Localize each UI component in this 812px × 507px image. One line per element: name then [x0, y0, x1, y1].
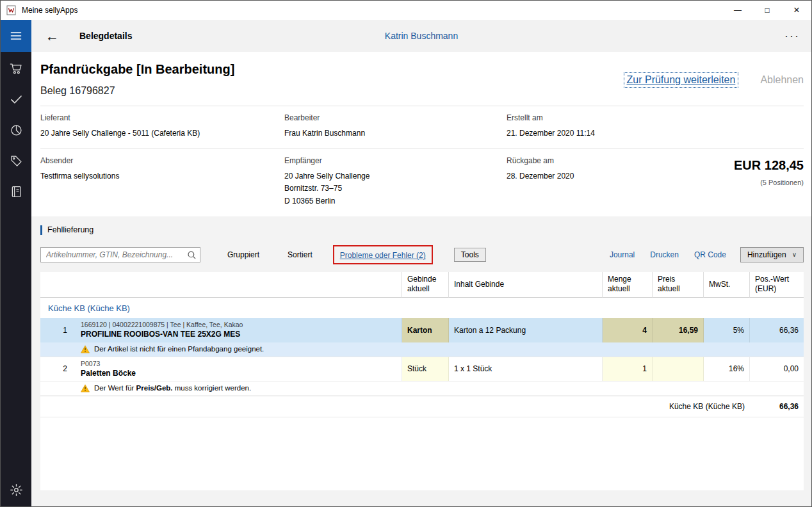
row-number: 2 — [40, 357, 72, 381]
sidebar-item-settings[interactable] — [1, 474, 31, 505]
sidebar-item-journal[interactable] — [1, 176, 31, 207]
field-bearbeiter: Bearbeiter Frau Katrin Buschmann — [284, 113, 507, 140]
mwst-cell: 5% — [704, 318, 750, 342]
col-header-menge: Menge aktuell — [603, 272, 653, 298]
document-panel: Pfandrückgabe [In Bearbeitung] Beleg 167… — [31, 52, 811, 216]
qr-code-link[interactable]: QR Code — [694, 250, 726, 259]
print-link[interactable]: Drucken — [650, 250, 679, 259]
sidebar-item-cart[interactable] — [1, 53, 31, 84]
section-label: Fehllieferung — [47, 225, 93, 234]
field-lieferant: Lieferant 20 Jahre Selly Challenge - 501… — [40, 113, 284, 140]
article-name: PROFILINE ROOIBOS-VAN TEE 25X2G MES — [81, 330, 240, 339]
wert-cell: 66,36 — [750, 318, 804, 342]
more-options-button[interactable]: ··· — [784, 29, 800, 43]
problems-errors-link[interactable]: Probleme oder Fehler (2) — [340, 251, 426, 260]
sidebar-item-prices[interactable] — [1, 145, 31, 176]
reject-button[interactable]: Ablehnen — [760, 74, 804, 86]
field-label: Erstellt am — [507, 113, 654, 122]
field-rueckgabe-am: Rückgabe am 28. Dezember 2020 — [507, 156, 654, 207]
article-cell[interactable]: 1669120 | 04002221009875 | Tee | Kaffee,… — [72, 318, 402, 342]
maximize-button[interactable]: □ — [752, 1, 782, 20]
window-title: Meine sellyApps — [22, 6, 77, 15]
col-header-article — [72, 272, 402, 298]
chevron-down-icon: ∨ — [792, 251, 797, 258]
section-accent-bar — [40, 225, 42, 235]
section-header: Fehllieferung — [40, 225, 804, 235]
preis-cell[interactable]: 16,59 — [653, 318, 704, 342]
menge-cell[interactable]: 1 — [603, 357, 653, 381]
warning-text: Der Artikel ist nicht für einen Pfandabg… — [94, 345, 264, 353]
field-value: Testfirma sellysolutions — [40, 170, 284, 182]
field-absender: Absender Testfirma sellysolutions — [40, 156, 284, 207]
warning-row: Der Wert für Preis/Geb. muss korrigiert … — [40, 381, 804, 396]
field-value-line: Bornitzstr. 73–75 — [284, 182, 507, 195]
article-meta: P0073 — [81, 360, 100, 367]
journal-book-icon — [10, 185, 23, 198]
document-number: Beleg 16796827 — [40, 85, 234, 97]
article-name: Paletten Böcke — [81, 369, 136, 378]
sidebar-item-reports[interactable] — [1, 115, 31, 145]
pie-chart-icon — [10, 124, 23, 137]
menu-button[interactable] — [1, 20, 31, 52]
warning-text: Der Wert für Preis/Geb. muss korrigiert … — [94, 384, 251, 392]
document-title: Pfandrückgabe [In Bearbeitung] — [40, 62, 234, 77]
group-summary-label: Küche KB (Küche KB) — [40, 396, 750, 417]
search-icon — [187, 250, 197, 260]
warning-row: Der Artikel ist nicht für einen Pfandabg… — [40, 342, 804, 357]
menge-cell[interactable]: 4 — [603, 318, 653, 342]
warning-icon — [81, 345, 90, 353]
gebinde-cell[interactable]: Stück — [402, 357, 449, 381]
preis-cell[interactable] — [653, 357, 704, 381]
search-box — [40, 247, 200, 262]
page-title: Belegdetails — [79, 31, 132, 41]
close-button[interactable]: × — [782, 1, 811, 20]
field-value: 20 Jahre Selly Challenge - 5011 (Cafeter… — [40, 127, 284, 140]
user-link[interactable]: Katrin Buschmann — [31, 31, 811, 41]
journal-link[interactable]: Journal — [610, 250, 635, 259]
titlebar: Meine sellyApps — □ × — [1, 1, 811, 20]
positions-table: Gebinde aktuell Inhalt Gebinde Menge akt… — [40, 272, 804, 490]
app-icon — [6, 5, 17, 15]
article-cell[interactable]: P0073 Paletten Böcke — [72, 357, 402, 381]
gear-icon — [10, 483, 23, 497]
tools-button[interactable]: Tools — [454, 248, 486, 262]
inhalt-cell: 1 x 1 Stück — [449, 357, 603, 381]
sorted-button[interactable]: Sortiert — [288, 250, 313, 259]
toolbar: Gruppiert Sortiert Probleme oder Fehler … — [40, 246, 804, 264]
group-summary-value: 66,36 — [750, 396, 804, 417]
hamburger-icon — [10, 29, 22, 42]
field-value: 21. Dezember 2020 11:14 — [507, 127, 654, 140]
sidebar-item-tasks[interactable] — [1, 84, 31, 115]
back-button[interactable]: ← — [45, 29, 59, 43]
app-header: ← Belegdetails Katrin Buschmann ··· — [31, 20, 811, 52]
positions-section: Fehllieferung Gruppiert Sortiert Problem… — [31, 216, 811, 506]
cart-icon — [10, 62, 23, 76]
field-value-line: 20 Jahre Selly Challenge — [284, 170, 507, 182]
document-title-block: Pfandrückgabe [In Bearbeitung] Beleg 167… — [40, 62, 234, 97]
group-header[interactable]: Küche KB (Küche KB) — [40, 298, 804, 318]
search-input[interactable] — [41, 248, 200, 262]
add-button[interactable]: Hinzufügen ∨ — [740, 247, 804, 262]
grouped-button[interactable]: Gruppiert — [227, 250, 259, 259]
col-header-empty — [40, 272, 72, 298]
gebinde-cell[interactable]: Karton — [402, 318, 449, 342]
row-number: 1 — [40, 318, 72, 342]
minimize-button[interactable]: — — [723, 1, 752, 20]
col-header-wert: Pos.-Wert (EUR) — [750, 272, 804, 298]
annotation-box: Probleme oder Fehler (2) — [333, 245, 433, 264]
field-erstellt-am: Erstellt am 21. Dezember 2020 11:14 — [507, 113, 654, 140]
app-window: Meine sellyApps — □ × — [0, 0, 812, 507]
article-meta: 1669120 | 04002221009875 | Tee | Kaffee,… — [81, 321, 243, 328]
document-total: EUR 128,45 (5 Positionen) — [734, 156, 804, 207]
total-amount: EUR 128,45 — [734, 158, 804, 173]
inhalt-cell: Karton a 12 Packung — [449, 318, 603, 342]
total-positions: (5 Positionen) — [734, 179, 804, 186]
warning-icon — [81, 384, 90, 392]
field-label: Empfänger — [284, 156, 507, 165]
forward-for-review-button[interactable]: Zur Prüfung weiterleiten — [624, 72, 739, 88]
add-button-label: Hinzufügen — [747, 250, 786, 259]
field-value: Frau Katrin Buschmann — [284, 127, 507, 140]
field-label: Lieferant — [40, 113, 284, 122]
toolbar-right: Journal Drucken QR Code — [610, 250, 726, 259]
field-label: Bearbeiter — [284, 113, 507, 122]
